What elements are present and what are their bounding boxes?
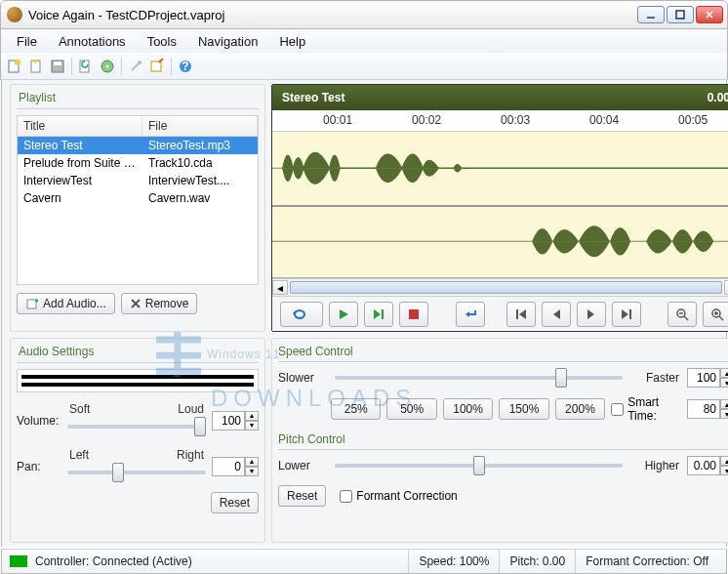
playlist-row[interactable]: InterviewTestInterviewTest.... [18,172,258,189]
status-controller: Controller: Connected (Active) [35,554,192,568]
scroll-right-icon[interactable]: ▸ [724,280,728,295]
new-project-icon[interactable] [7,59,22,74]
pitch-slider[interactable] [335,457,623,474]
loop-button[interactable] [280,302,323,327]
speed-title: Speed Control [278,345,728,362]
edit-icon[interactable] [149,59,165,74]
track-title: Stereo Test [282,91,344,104]
speed-preset-button[interactable]: 150% [499,398,548,420]
pitch-value[interactable] [687,456,720,475]
playlist-col-title[interactable]: Title [18,116,142,136]
cd-icon[interactable] [100,59,115,74]
pan-label: Pan: [17,460,61,473]
svg-text:?: ? [182,60,188,73]
step-back-button[interactable] [542,302,571,327]
waveform-header: Stereo Test 0.00 [272,85,728,110]
stop-button[interactable] [399,302,428,327]
play-button[interactable] [329,302,358,327]
level-meter [17,369,259,392]
minimize-button[interactable] [637,6,665,23]
speed-preset-button[interactable]: 50% [386,398,436,420]
waveform-display[interactable] [272,132,728,278]
svg-rect-28 [629,309,631,319]
transport-bar [272,296,728,331]
playlist-row-title: Prelude from Suite No.1... [18,154,142,172]
volume-down-icon[interactable]: ▼ [245,421,259,430]
save-icon[interactable] [50,59,65,74]
status-speed: Speed: 100% [408,550,499,573]
status-formant: Formant Correction: Off [575,550,718,573]
playlist-row-title: Stereo Test [18,137,142,154]
return-button[interactable] [456,302,485,327]
title-bar: Voice Again - TestCDProject.vaproj [0,0,728,29]
volume-label: Volume: [17,414,61,428]
zoom-out-button[interactable] [667,302,697,327]
close-button[interactable] [696,6,723,23]
menu-navigation[interactable]: Navigation [188,31,267,52]
refresh-icon[interactable] [78,59,94,74]
play-all-button[interactable] [364,302,393,327]
volume-value[interactable] [212,411,245,430]
playlist-row-title: Cavern [18,189,142,207]
new-icon[interactable] [28,59,44,74]
playlist-row-file: StereoTest.mp3 [142,137,258,154]
pan-down-icon[interactable]: ▼ [245,467,259,476]
svg-point-11 [106,64,109,67]
volume-slider[interactable] [67,418,206,435]
playlist-col-file[interactable]: File [142,116,258,136]
pitch-reset-button[interactable]: Reset [278,485,326,507]
skip-start-button[interactable] [506,302,536,327]
playlist-row[interactable]: Prelude from Suite No.1...Track10.cda [18,154,258,172]
svg-rect-26 [409,309,419,319]
speed-slider[interactable] [335,369,623,387]
audio-settings-title: Audio Settings [17,345,259,363]
pitch-higher-label: Higher [630,459,679,472]
waveform-panel: Stereo Test 0.00 00:01 00:02 00:03 00:04… [271,84,728,332]
menu-help[interactable]: Help [269,31,315,52]
audio-reset-button[interactable]: Reset [211,492,259,513]
remove-label: Remove [145,297,189,310]
svg-line-30 [684,316,688,320]
menu-file[interactable]: File [7,31,47,52]
remove-button[interactable]: Remove [121,293,198,314]
wand-icon[interactable] [128,59,143,74]
playlist-row[interactable]: CavernCavern.wav [18,189,258,207]
controller-status-icon [10,555,27,567]
playlist-row-file: Cavern.wav [142,189,258,207]
speed-preset-button[interactable]: 100% [443,398,493,420]
help-icon[interactable]: ? [178,59,193,74]
pan-slider[interactable] [67,464,206,481]
zoom-in-button[interactable] [703,302,728,327]
menu-annotations[interactable]: Annotations [49,31,136,52]
playlist-row[interactable]: Stereo TestStereoTest.mp3 [18,137,258,154]
playlist-list[interactable]: Title File Stereo TestStereoTest.mp3Prel… [17,115,259,285]
svg-line-33 [719,316,723,320]
scroll-left-icon[interactable]: ◂ [272,280,288,295]
add-audio-label: Add Audio... [43,297,106,310]
waveform-scrollbar[interactable]: ◂ ▸ [272,278,728,296]
maximize-button[interactable] [667,6,694,23]
scroll-thumb[interactable] [290,281,722,294]
time-ruler[interactable]: 00:01 00:02 00:03 00:04 00:05 [272,110,728,132]
playlist-title: Playlist [17,91,259,109]
speed-value[interactable] [687,368,720,388]
speed-faster-label: Faster [630,371,679,385]
menu-tools[interactable]: Tools [138,31,186,52]
formant-checkbox[interactable]: Formant Correction [340,489,457,503]
smart-time-value[interactable] [687,399,720,419]
remove-icon [130,298,142,309]
skip-end-button[interactable] [612,302,641,327]
speed-preset-button[interactable]: 200% [555,398,605,420]
speed-preset-button[interactable]: 25% [331,398,381,420]
step-forward-button[interactable] [577,302,606,327]
menu-bar: File Annotations Tools Navigation Help [0,29,728,53]
smart-time-checkbox[interactable]: Smart Time: [611,395,681,423]
svg-point-5 [15,60,20,65]
add-icon [25,297,39,310]
pan-value[interactable] [212,457,245,476]
volume-up-icon[interactable]: ▲ [245,411,259,421]
pan-up-icon[interactable]: ▲ [245,457,259,467]
svg-point-13 [138,61,142,64]
add-audio-button[interactable]: Add Audio... [17,293,115,314]
svg-rect-8 [54,62,61,65]
